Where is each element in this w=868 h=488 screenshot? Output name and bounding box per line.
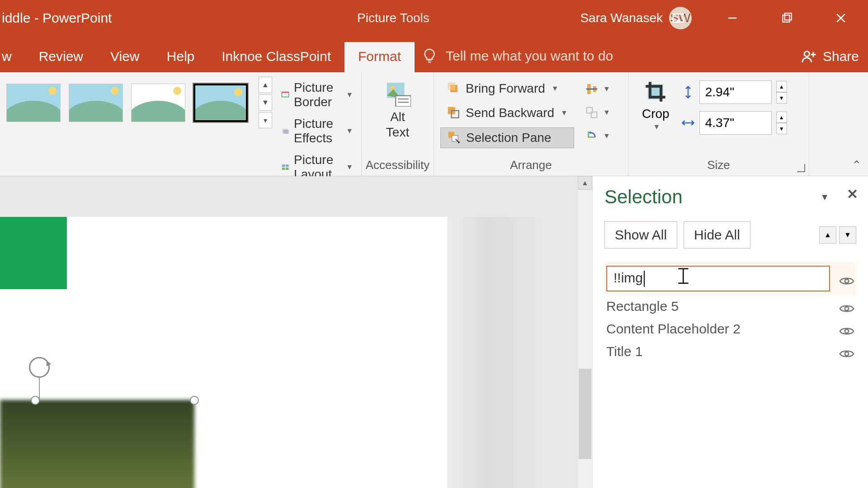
tell-me-search[interactable]: Tell me what you want to do — [415, 41, 627, 72]
height-input[interactable]: 2.94" — [699, 80, 772, 104]
title-bar: iddle - PowerPoint Picture Tools Sara Wa… — [0, 0, 868, 36]
crop-button[interactable]: Crop ▼ — [635, 77, 677, 133]
tab-format[interactable]: Format — [344, 42, 415, 72]
picture-layout-icon — [281, 160, 289, 174]
picture-commands: Picture Border▼ Picture Effects▼ Picture… — [277, 77, 358, 183]
reorder-up-icon[interactable]: ▲ — [819, 226, 836, 244]
scroll-track[interactable] — [578, 190, 592, 488]
width-up-icon[interactable]: ▲ — [776, 112, 787, 123]
svg-rect-11 — [283, 130, 288, 134]
width-input[interactable]: 4.37" — [699, 111, 772, 135]
maximize-icon[interactable] — [760, 0, 814, 36]
resize-handle[interactable] — [31, 396, 40, 405]
style-thumb-3[interactable] — [131, 84, 185, 122]
gallery-down-icon[interactable]: ▼ — [259, 94, 272, 111]
selection-item[interactable]: Rectangle 5 — [604, 295, 856, 318]
rename-input[interactable]: !!img 𝙸 — [606, 266, 830, 291]
chevron-down-icon[interactable]: ▼ — [346, 163, 353, 171]
svg-rect-22 — [448, 83, 455, 90]
chevron-down-icon[interactable]: ▼ — [653, 123, 660, 131]
bring-forward-button[interactable]: Bring Forward▼ — [440, 79, 574, 99]
tab-help[interactable]: Help — [153, 42, 208, 72]
minimize-icon[interactable] — [705, 0, 760, 36]
svg-rect-13 — [286, 164, 289, 167]
picture-styles-gallery[interactable]: ▲ ▼ ▾ — [6, 77, 272, 128]
gallery-more-icon[interactable]: ▾ — [259, 112, 272, 128]
svg-point-35 — [845, 279, 849, 282]
chevron-down-icon: ▼ — [603, 85, 610, 93]
selection-pane-button[interactable]: Selection Pane — [440, 127, 574, 148]
group-label-accessibility: Accessibility — [362, 155, 434, 176]
crop-icon — [642, 79, 669, 105]
height-row: 2.94" ▲▼ — [681, 80, 787, 104]
style-thumb-2[interactable] — [69, 84, 123, 122]
visibility-toggle-icon[interactable] — [839, 301, 854, 311]
scroll-thumb[interactable] — [579, 369, 591, 459]
chevron-down-icon[interactable]: ▼ — [552, 84, 559, 93]
group-size: Crop ▼ 2.94" ▲▼ 4.37" ▲▼ Size — [628, 72, 809, 176]
gallery-scroll: ▲ ▼ ▾ — [259, 77, 272, 128]
style-thumb-4-selected[interactable] — [193, 84, 248, 122]
alt-text-button[interactable]: Alt Text — [376, 77, 420, 143]
reorder-down-icon[interactable]: ▼ — [839, 226, 856, 244]
chevron-down-icon[interactable]: ▼ — [346, 127, 353, 135]
tab-partial[interactable]: w — [0, 42, 25, 72]
show-all-button[interactable]: Show All — [604, 221, 677, 249]
width-down-icon[interactable]: ▼ — [776, 123, 787, 134]
style-thumb-1[interactable] — [6, 84, 61, 122]
gallery-up-icon[interactable]: ▲ — [259, 77, 272, 93]
selection-pane: Selection ▼ ✕ Show All Hide All ▲ ▼ !!im… — [592, 176, 868, 488]
svg-rect-14 — [282, 168, 285, 170]
ribbon: ▲ ▼ ▾ Picture Border▼ Picture Effects▼ P… — [0, 72, 868, 176]
chevron-down-icon[interactable]: ▼ — [346, 91, 353, 99]
align-button[interactable]: ▼ — [581, 80, 614, 99]
group-accessibility: Alt Text Accessibility — [362, 72, 434, 176]
close-icon[interactable] — [814, 0, 868, 36]
green-rectangle-shape[interactable] — [0, 217, 67, 289]
visibility-toggle-icon[interactable] — [839, 347, 854, 357]
tab-review[interactable]: Review — [25, 42, 97, 72]
collapse-ribbon-icon[interactable]: ⌃ — [852, 158, 862, 172]
svg-point-36 — [845, 307, 849, 310]
slide-canvas[interactable] — [0, 176, 578, 488]
send-backward-button[interactable]: Send Backward▼ — [440, 103, 574, 123]
size-dimensions: 2.94" ▲▼ 4.37" ▲▼ — [681, 77, 787, 135]
lightbulb-icon — [421, 48, 438, 64]
scroll-up-icon[interactable]: ▲ — [578, 176, 592, 190]
arrange-mini-col: ▼ ▼ ▼ — [581, 77, 614, 145]
dialog-launcher-icon[interactable] — [797, 164, 805, 172]
group-arrange: Bring Forward▼ Send Backward▼ Selection … — [434, 72, 628, 176]
alt-text-label: Alt Text — [386, 109, 409, 140]
pane-options-icon[interactable]: ▼ — [820, 192, 829, 202]
group-label-arrange: Arrange — [434, 155, 628, 176]
selection-item[interactable]: Title 1 — [604, 340, 856, 363]
selection-item-editing[interactable]: !!img 𝙸 — [604, 262, 856, 295]
hide-all-button[interactable]: Hide All — [684, 221, 750, 249]
ribbon-display-icon[interactable] — [651, 0, 705, 36]
svg-rect-2 — [783, 15, 789, 22]
picture-border-button[interactable]: Picture Border▼ — [277, 79, 358, 111]
resize-handle[interactable] — [190, 396, 199, 405]
selection-item-label: Content Placeholder 2 — [606, 321, 741, 337]
svg-rect-15 — [286, 168, 289, 170]
height-down-icon[interactable]: ▼ — [776, 92, 787, 103]
chevron-down-icon[interactable]: ▼ — [561, 109, 568, 117]
tab-inknoe[interactable]: Inknoe ClassPoint — [208, 42, 344, 72]
picture-effects-icon — [281, 124, 289, 138]
picture-border-icon — [281, 88, 289, 102]
vertical-scrollbar[interactable]: ▲ — [578, 176, 592, 488]
visibility-toggle-icon[interactable] — [839, 274, 854, 284]
selection-item[interactable]: Content Placeholder 2 — [604, 318, 856, 340]
selected-picture[interactable] — [0, 400, 194, 488]
rotate-button[interactable]: ▼ — [581, 127, 614, 145]
svg-rect-9 — [282, 92, 289, 97]
tab-view[interactable]: View — [97, 42, 153, 72]
width-icon — [681, 116, 695, 130]
height-up-icon[interactable]: ▲ — [776, 81, 787, 92]
group-button[interactable]: ▼ — [581, 103, 614, 122]
share-button[interactable]: Share — [801, 49, 859, 72]
close-pane-icon[interactable]: ✕ — [847, 186, 858, 202]
picture-effects-button[interactable]: Picture Effects▼ — [277, 115, 358, 147]
selection-item-label: Rectangle 5 — [606, 299, 679, 314]
visibility-toggle-icon[interactable] — [839, 324, 854, 334]
